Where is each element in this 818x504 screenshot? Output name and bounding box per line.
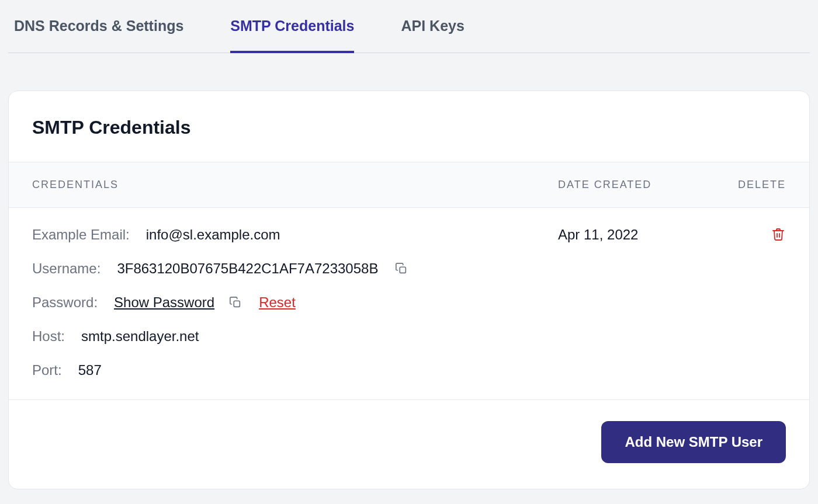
reset-password-link[interactable]: Reset	[259, 294, 296, 311]
column-header-delete: DELETE	[710, 179, 786, 191]
host-value: smtp.sendlayer.net	[81, 328, 199, 345]
tab-api-keys[interactable]: API Keys	[401, 0, 464, 53]
username-label: Username:	[32, 260, 100, 277]
table-row: Example Email: info@sl.example.com Usern…	[9, 208, 809, 400]
column-header-date: DATE CREATED	[558, 179, 710, 191]
table-header: CREDENTIALS DATE CREATED DELETE	[9, 162, 809, 208]
smtp-credentials-card: SMTP Credentials CREDENTIALS DATE CREATE…	[8, 91, 810, 489]
card-title: SMTP Credentials	[32, 117, 786, 138]
tab-dns-records[interactable]: DNS Records & Settings	[14, 0, 183, 53]
delete-icon[interactable]	[771, 227, 786, 242]
svg-rect-0	[400, 267, 406, 273]
email-value: info@sl.example.com	[146, 227, 280, 243]
password-label: Password:	[32, 294, 98, 311]
column-header-credentials: CREDENTIALS	[32, 179, 558, 191]
date-created-value: Apr 11, 2022	[558, 227, 710, 378]
tab-smtp-credentials[interactable]: SMTP Credentials	[230, 0, 354, 53]
email-label: Example Email:	[32, 227, 130, 243]
add-new-smtp-user-button[interactable]: Add New SMTP User	[601, 421, 786, 463]
svg-rect-1	[234, 301, 240, 307]
host-label: Host:	[32, 328, 65, 345]
show-password-link[interactable]: Show Password	[114, 294, 214, 311]
username-value: 3F863120B07675B422C1AF7A7233058B	[117, 260, 378, 277]
port-label: Port:	[32, 362, 62, 378]
tabs-nav: DNS Records & Settings SMTP Credentials …	[8, 0, 810, 53]
copy-username-icon[interactable]	[394, 262, 408, 276]
copy-password-icon[interactable]	[228, 296, 242, 310]
port-value: 587	[78, 362, 102, 378]
